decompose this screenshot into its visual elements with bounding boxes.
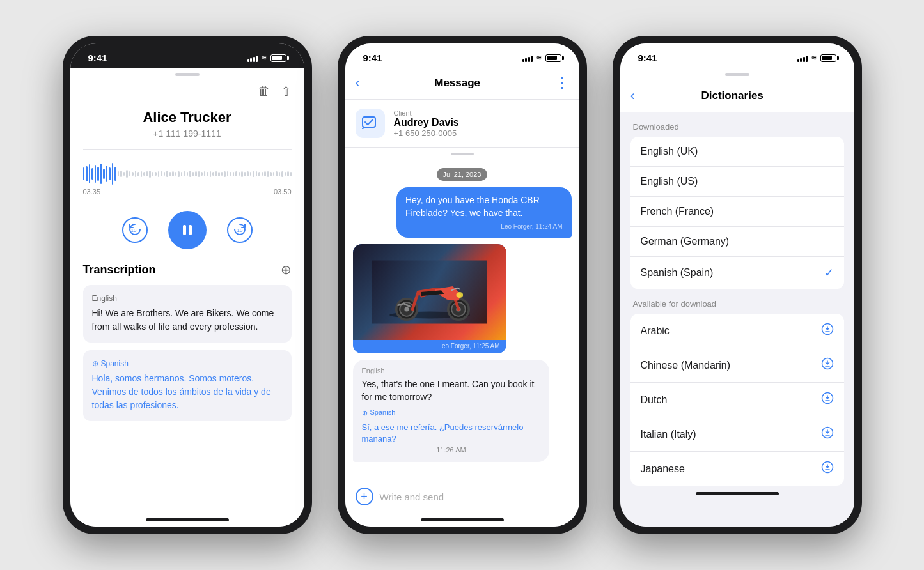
wave-bar — [146, 171, 148, 176]
wave-bar — [210, 171, 212, 177]
wave-bar — [241, 171, 243, 177]
toolbar: 🗑 ⇧ — [70, 76, 304, 104]
wave-bar — [97, 167, 99, 181]
wave-bar — [129, 171, 131, 176]
dict-item-label: Japanese — [641, 463, 685, 475]
dict-back-button[interactable]: ‹ — [630, 88, 635, 104]
wave-bar — [169, 172, 171, 176]
dict-item-italian[interactable]: Italian (Italy) — [630, 417, 844, 452]
nav-bar: ‹ Message ⋮ — [345, 68, 579, 100]
dict-item-arabic[interactable]: Arabic — [630, 314, 844, 348]
wave-bar — [244, 172, 246, 176]
download-icon[interactable] — [821, 461, 834, 477]
battery-icon — [270, 54, 286, 62]
wave-bar — [198, 171, 200, 177]
msg3-text: Yes, that's the one I meant. Can you boo… — [362, 378, 541, 404]
wave-bar — [106, 166, 108, 182]
home-indicator-2 — [421, 518, 504, 521]
spanish-transcript-text: Hola, somos hermanos. Somos moteros. Ven… — [92, 372, 283, 412]
msg3-translated: Sí, a ese me refería. ¿Puedes reservárme… — [362, 422, 541, 446]
wave-bar — [212, 172, 214, 176]
dict-item-english-us[interactable]: English (US) — [630, 167, 844, 197]
phone2-screen: ‹ Message ⋮ Client Audrey Davis +1 650 2… — [345, 68, 579, 527]
wave-bar — [247, 171, 249, 176]
outgoing-message-1: Hey, do you have the Honda CBR Fireblade… — [396, 187, 572, 238]
globe-icon: ⊕ — [92, 359, 98, 368]
msg3-translated-lang: Spanish — [370, 408, 396, 418]
wave-bar — [192, 172, 194, 176]
back-button[interactable]: ‹ — [356, 75, 360, 91]
download-icon[interactable] — [821, 323, 834, 339]
wave-bar — [250, 172, 252, 176]
phone1-screen: 🗑 ⇧ Alice Trucker +1 111 199-1111 — [70, 68, 304, 527]
wave-bar — [262, 172, 263, 176]
contact-name: Alice Trucker — [83, 109, 292, 126]
dict-item-label: English (UK) — [641, 146, 698, 157]
delete-icon[interactable]: 🗑 — [258, 84, 270, 99]
english-lang-label: English — [92, 294, 283, 303]
download-icon[interactable] — [821, 357, 834, 373]
available-list: Arabic Chinese (Mandarin) — [630, 314, 844, 486]
client-label: Client — [394, 109, 459, 117]
compose-input[interactable]: Write and send — [380, 491, 569, 502]
wave-bar — [137, 172, 139, 176]
dict-nav: ‹ Dictionaries — [620, 81, 854, 112]
wave-bar — [279, 172, 281, 176]
more-button[interactable]: ⋮ — [555, 75, 569, 91]
wave-bar — [253, 171, 254, 177]
wave-bar — [290, 172, 292, 176]
svg-point-13 — [456, 292, 463, 298]
wave-bar — [264, 171, 266, 176]
wave-bar — [112, 163, 114, 185]
wave-bar — [143, 172, 145, 176]
wave-bar — [100, 164, 102, 184]
downloaded-list: English (UK) English (US) French (France… — [630, 137, 844, 289]
attach-button[interactable]: + — [356, 488, 373, 505]
wave-bar — [83, 167, 85, 180]
download-icon[interactable] — [821, 392, 834, 408]
wave-bar — [175, 172, 177, 176]
battery-icon-2 — [545, 54, 561, 62]
signal-icon-2 — [522, 54, 533, 62]
translate-icon[interactable]: ⊕ — [281, 262, 292, 277]
dict-item-french[interactable]: French (France) — [630, 197, 844, 227]
wave-bar — [155, 172, 157, 176]
msg3-lang-label: English — [362, 366, 541, 376]
status-time-2: 9:41 — [363, 52, 382, 63]
wave-bar — [187, 172, 189, 176]
dict-item-german[interactable]: German (Germany) — [630, 227, 844, 257]
dict-item-label: German (Germany) — [641, 236, 730, 247]
wave-bar — [256, 171, 258, 176]
status-icons-3: ≈ — [797, 53, 836, 63]
wifi-icon-3: ≈ — [811, 53, 816, 63]
pause-button[interactable] — [168, 211, 207, 249]
wave-bar — [149, 171, 151, 178]
client-header: Client Audrey Davis +1 650 250-0005 — [345, 100, 579, 148]
msg1-text: Hey, do you have the Honda CBR Fireblade… — [405, 194, 563, 220]
wave-bar — [178, 171, 180, 177]
status-icons-2: ≈ — [522, 53, 561, 63]
dict-item-english-uk[interactable]: English (UK) — [630, 137, 844, 167]
download-icon[interactable] — [821, 426, 834, 442]
client-avatar — [356, 109, 385, 138]
english-transcript-text: Hi! We are Brothers. We are Bikers. We c… — [92, 307, 283, 334]
wave-bar — [166, 171, 168, 177]
dict-item-chinese[interactable]: Chinese (Mandarin) — [630, 348, 844, 383]
incoming-message: English Yes, that's the one I meant. Can… — [353, 360, 550, 462]
messages-area[interactable]: Jul 21, 2023 Hey, do you have the Honda … — [345, 160, 579, 481]
time-current: 03.35 — [83, 188, 101, 196]
rewind-button[interactable]: 10 — [122, 217, 148, 243]
wave-bar — [276, 171, 278, 176]
dict-item-spanish[interactable]: Spanish (Spain) ✓ — [630, 257, 844, 289]
wave-bar — [201, 172, 203, 176]
status-time-3: 9:41 — [638, 52, 657, 63]
dict-item-japanese[interactable]: Japanese — [630, 452, 844, 486]
wave-bar — [230, 172, 231, 176]
share-icon[interactable]: ⇧ — [281, 84, 292, 99]
transcription-section: Transcription ⊕ English Hi! We are Broth… — [70, 262, 304, 512]
svg-rect-1 — [183, 225, 186, 235]
msg2-time: Leo Forger, 11:25 AM — [353, 340, 506, 353]
dict-item-dutch[interactable]: Dutch — [630, 383, 844, 417]
wave-bar — [233, 172, 235, 176]
forward-button[interactable]: 10 — [227, 217, 253, 243]
